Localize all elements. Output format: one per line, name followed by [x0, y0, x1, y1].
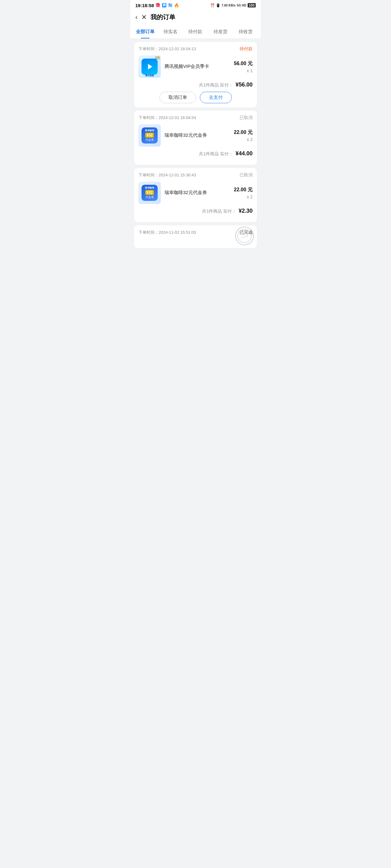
play-icon — [148, 64, 152, 69]
status-time: 19:18:58 — [135, 3, 154, 8]
product-price-qty: 22.00 元 x 2 — [234, 187, 253, 199]
orders-list: 下单时间：2024-12-02 18:04:13 待付款 VIP 腾讯视频 腾讯… — [130, 39, 261, 251]
order-actions: 取消订单 去支付 — [138, 92, 253, 103]
summary-amount: ¥44.00 — [235, 150, 253, 157]
tab-all[interactable]: 全部订单 — [133, 25, 158, 38]
summary-count: 共1件商品 — [199, 151, 219, 156]
status-bar-left: 19:18:58 微 腾 知 🔥 — [135, 2, 179, 8]
order-header: 下单时间：2024-11-02 15:51:03 已完成 — [138, 230, 253, 235]
back-button[interactable]: ‹ — [135, 14, 137, 21]
product-qty: x 1 — [247, 68, 253, 73]
product-qty: x 2 — [247, 137, 253, 142]
summary-label: 应付： — [220, 83, 233, 87]
signal-text: 5G HD — [237, 4, 246, 7]
luckin-logo: 瑞幸咖啡 ¥32 代金券 — [141, 185, 158, 201]
order-card: 下单时间：2024-12-01 15:36:43 已取消 瑞幸咖啡 ¥32 代金… — [134, 168, 257, 222]
product-info: 瑞幸咖啡32元代金券 — [165, 132, 230, 140]
luckin-type: 代金券 — [145, 195, 154, 199]
order-summary: 共1件商品 实付： ¥2.30 — [138, 208, 253, 214]
tencent-icon: 腾 — [162, 3, 166, 7]
order-header: 下单时间：2024-12-01 16:04:54 已取消 — [138, 115, 253, 121]
fire-icon: 🔥 — [174, 3, 179, 8]
luckin-amount: ¥32 — [145, 133, 154, 137]
product-price-qty: 56.00 元 x 1 — [234, 60, 253, 73]
status-bar: 19:18:58 微 腾 知 🔥 ⏰ 📳 7.60 KB/s 5G HD 100 — [130, 0, 261, 9]
product-row: 瑞幸咖啡 ¥32 代金券 瑞幸咖啡32元代金券 22.00 元 x 2 — [138, 124, 253, 147]
product-name: 瑞幸咖啡32元代金券 — [165, 189, 230, 196]
luckin-brand: 瑞幸咖啡 — [145, 186, 154, 189]
order-status: 已完成 — [240, 230, 253, 235]
zhihu-icon: 知 — [168, 2, 172, 8]
tab-pending-ship[interactable]: 待发货 — [208, 25, 233, 38]
summary-amount: ¥56.00 — [235, 82, 253, 88]
product-name: 瑞幸咖啡32元代金券 — [165, 132, 230, 138]
tab-pending-pay[interactable]: 待付款 — [183, 25, 208, 38]
order-summary: 共1件商品 应付： ¥56.00 — [138, 82, 253, 88]
luckin-type: 代金券 — [145, 138, 154, 142]
order-card: 下单时间：2024-12-01 16:04:54 已取消 瑞幸咖啡 ¥32 代金… — [134, 111, 257, 165]
product-qty: x 2 — [247, 194, 253, 199]
speed-text: 7.60 KB/s — [222, 4, 235, 7]
product-price: 56.00 元 — [234, 60, 253, 67]
product-price: 22.00 元 — [234, 129, 253, 136]
tabs-bar: 全部订单 待实名 待付款 待发货 待收货 — [130, 25, 261, 39]
product-name: 腾讯视频VIP会员季卡 — [165, 63, 230, 69]
header: ‹ ✕ 我的订单 — [130, 9, 261, 25]
product-row: VIP 腾讯视频 腾讯视频VIP会员季卡 56.00 元 x 1 — [138, 56, 253, 78]
product-image: 瑞幸咖啡 ¥32 代金券 — [138, 124, 161, 147]
summary-label: 实付： — [223, 209, 236, 214]
summary-count: 共1件商品 — [199, 83, 219, 87]
battery-text: 100 — [248, 3, 256, 7]
tab-pending-receive[interactable]: 待收货 — [233, 25, 258, 38]
page-title: 我的订单 — [150, 13, 175, 21]
weibo-icon: 微 — [156, 2, 160, 8]
order-time: 下单时间：2024-12-01 16:04:54 — [138, 115, 196, 121]
watermark: 京东 已完成 — [233, 224, 257, 248]
order-header: 下单时间：2024-12-01 15:36:43 已取消 — [138, 173, 253, 178]
product-image: 瑞幸咖啡 ¥32 代金券 — [138, 182, 161, 204]
tencent-badge: VIP — [155, 56, 160, 60]
order-status: 已取消 — [240, 173, 253, 178]
product-info: 瑞幸咖啡32元代金券 — [165, 189, 230, 197]
summary-label: 实付： — [220, 151, 233, 156]
order-card: 下单时间：2024-11-02 15:51:03 已完成 京东 已完成 — [134, 225, 257, 248]
summary-count: 共1件商品 — [202, 209, 222, 214]
tencent-label: 腾讯视频 — [145, 74, 154, 77]
product-price: 22.00 元 — [234, 187, 253, 193]
luckin-logo: 瑞幸咖啡 ¥32 代金券 — [141, 127, 158, 144]
battery-vibrate-icon: 📳 — [216, 3, 220, 7]
luckin-amount: ¥32 — [145, 190, 154, 195]
product-price-qty: 22.00 元 x 2 — [234, 129, 253, 142]
product-row: 瑞幸咖啡 ¥32 代金券 瑞幸咖啡32元代金券 22.00 元 x 2 — [138, 182, 253, 204]
order-header: 下单时间：2024-12-02 18:04:13 待付款 — [138, 46, 253, 52]
pay-order-button[interactable]: 去支付 — [200, 92, 232, 103]
status-bar-right: ⏰ 📳 7.60 KB/s 5G HD 100 — [211, 3, 256, 7]
alarm-icon: ⏰ — [211, 3, 215, 7]
cancel-order-button[interactable]: 取消订单 — [160, 92, 196, 103]
product-image: VIP 腾讯视频 — [138, 56, 161, 78]
order-summary: 共1件商品 实付： ¥44.00 — [138, 150, 253, 157]
tencent-logo — [141, 59, 158, 75]
order-status: 待付款 — [240, 46, 253, 52]
tab-pending-name[interactable]: 待实名 — [158, 25, 183, 38]
product-info: 腾讯视频VIP会员季卡 — [165, 63, 230, 71]
order-status: 已取消 — [240, 115, 253, 121]
order-time: 下单时间：2024-12-02 18:04:13 — [138, 46, 196, 52]
summary-amount: ¥2.30 — [239, 208, 253, 214]
close-button[interactable]: ✕ — [141, 14, 147, 21]
order-card: 下单时间：2024-12-02 18:04:13 待付款 VIP 腾讯视频 腾讯… — [134, 42, 257, 107]
order-time: 下单时间：2024-12-01 15:36:43 — [138, 173, 196, 178]
luckin-brand: 瑞幸咖啡 — [145, 129, 154, 132]
order-time: 下单时间：2024-11-02 15:51:03 — [138, 230, 196, 235]
